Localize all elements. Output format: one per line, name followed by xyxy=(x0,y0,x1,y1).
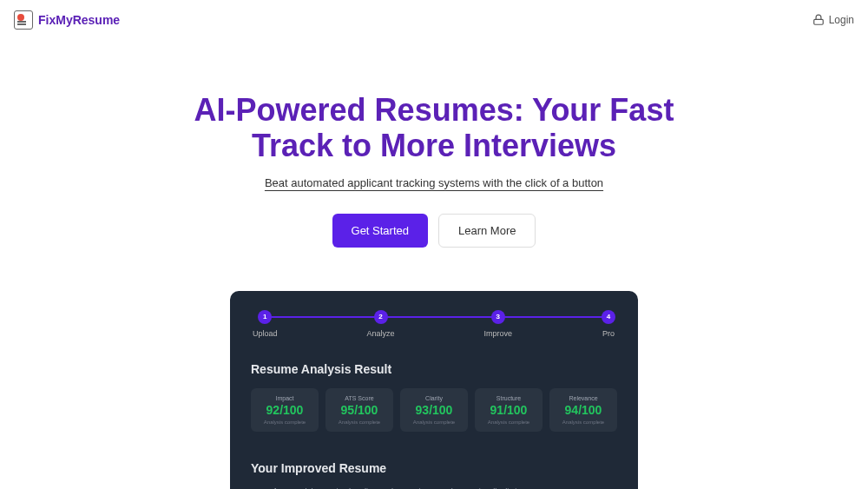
step-label: Upload xyxy=(253,329,278,338)
improved-title: Your Improved Resume xyxy=(251,461,617,475)
metric-label: Relevance xyxy=(553,395,614,401)
metric-ats: ATS Score 95/100 Analysis complete xyxy=(326,388,393,432)
analysis-title: Resume Analysis Result xyxy=(251,362,617,376)
step-circle: 4 xyxy=(602,310,615,324)
metric-value: 95/100 xyxy=(329,403,390,417)
metric-relevance: Relevance 94/100 Analysis complete xyxy=(549,388,617,432)
learn-more-button[interactable]: Learn More xyxy=(438,214,536,248)
metric-sub: Analysis complete xyxy=(553,420,614,425)
preview-container: 1 Upload 2 Analyze 3 Improve 4 Pro Resum… xyxy=(0,291,868,489)
step-label: Pro xyxy=(602,329,615,338)
svg-rect-0 xyxy=(813,19,823,24)
step-upload: 1 Upload xyxy=(253,310,278,338)
metric-clarity: Clarity 93/100 Analysis complete xyxy=(400,388,468,432)
metric-value: 94/100 xyxy=(553,403,614,417)
metric-impact: Impact 92/100 Analysis complete xyxy=(251,388,319,432)
login-label: Login xyxy=(829,14,854,26)
stepper-line xyxy=(260,316,608,318)
get-started-button[interactable]: Get Started xyxy=(332,214,428,248)
header: FixMyResume Login xyxy=(0,0,868,40)
hero-title: AI-Powered Resumes: Your Fast Track to M… xyxy=(156,92,712,164)
hero-section: AI-Powered Resumes: Your Fast Track to M… xyxy=(0,40,868,274)
hero-buttons: Get Started Learn More xyxy=(17,214,851,248)
metrics-grid: Impact 92/100 Analysis complete ATS Scor… xyxy=(251,388,617,432)
logo[interactable]: FixMyResume xyxy=(14,10,120,30)
preview-card: 1 Upload 2 Analyze 3 Improve 4 Pro Resum… xyxy=(230,291,638,489)
metric-label: Impact xyxy=(254,395,315,401)
step-circle: 2 xyxy=(374,310,388,324)
step-circle: 3 xyxy=(491,310,505,324)
step-analyze: 2 Analyze xyxy=(367,310,395,338)
metric-value: 93/100 xyxy=(404,403,464,417)
step-circle: 1 xyxy=(258,310,272,324)
metric-sub: Analysis complete xyxy=(404,420,464,425)
metric-structure: Structure 91/100 Analysis complete xyxy=(475,388,542,432)
step-label: Improve xyxy=(484,329,513,338)
logo-icon xyxy=(14,10,33,30)
hero-subtitle: Beat automated applicant tracking system… xyxy=(17,176,851,189)
step-label: Analyze xyxy=(367,329,395,338)
metric-value: 91/100 xyxy=(478,403,539,417)
login-link[interactable]: Login xyxy=(812,14,854,26)
metric-label: Clarity xyxy=(404,395,464,401)
metric-label: Structure xyxy=(478,395,539,401)
stepper: 1 Upload 2 Analyze 3 Improve 4 Pro xyxy=(251,310,617,338)
metric-sub: Analysis complete xyxy=(329,420,390,425)
step-pro: 4 Pro xyxy=(602,310,615,338)
metric-sub: Analysis complete xyxy=(478,420,539,425)
step-improve: 3 Improve xyxy=(484,310,513,338)
metric-label: ATS Score xyxy=(329,395,390,401)
logo-text: FixMyResume xyxy=(38,13,120,27)
metric-sub: Analysis complete xyxy=(254,420,315,425)
login-icon xyxy=(812,14,825,26)
metric-value: 92/100 xyxy=(254,403,315,417)
